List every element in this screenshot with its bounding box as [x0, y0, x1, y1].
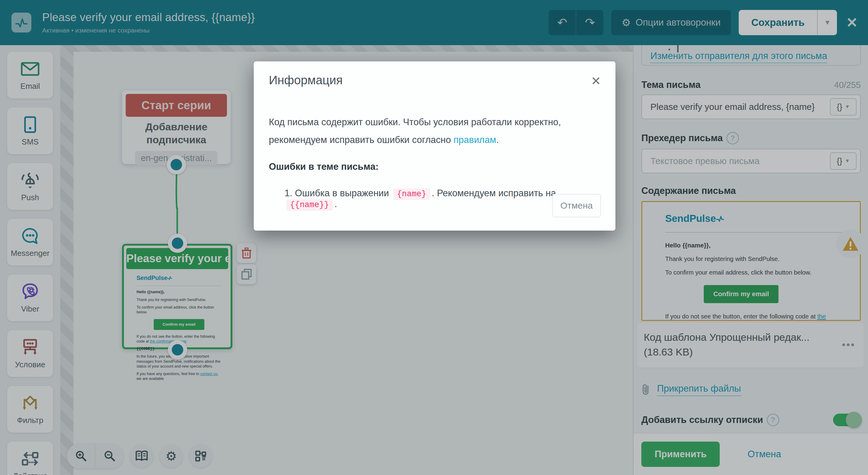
modal-cancel-button[interactable]: Отмена: [552, 194, 601, 217]
autoflow-editor: Please verify your email address, {{name…: [0, 0, 868, 475]
modal-error-item: 1. Ошибка в выражении {name}. Рекомендуе…: [269, 188, 600, 209]
modal-close-icon[interactable]: ✕: [591, 74, 601, 88]
modal-body-text: Код письма содержит ошибки. Чтобы услови…: [269, 113, 564, 176]
rules-link[interactable]: правилам: [454, 135, 496, 145]
info-modal: Информация ✕ Код письма содержит ошибки.…: [254, 61, 615, 231]
modal-errors-heading: Ошибки в теме письма:: [269, 158, 564, 176]
error-expression-chip: {name}: [393, 189, 430, 200]
modal-title: Информация: [269, 73, 600, 87]
suggested-expression-chip: {{name}}: [286, 199, 333, 211]
